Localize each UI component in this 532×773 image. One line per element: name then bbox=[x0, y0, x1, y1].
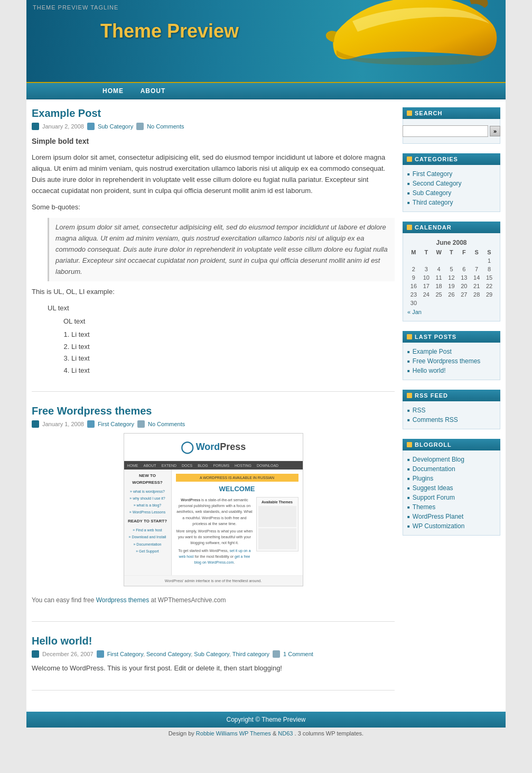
wp-logo-bar: ◯ WordPress bbox=[124, 434, 303, 461]
search-button[interactable]: » bbox=[490, 126, 500, 136]
wp-nav-item: ABOUT bbox=[144, 463, 156, 468]
cal-day: 9 bbox=[407, 273, 420, 282]
wp-logo-icon: ◯ bbox=[181, 438, 194, 456]
post-comment-count-3[interactable]: 1 Comment bbox=[283, 651, 313, 657]
list-item: Li text bbox=[71, 329, 395, 341]
calendar-table: June 2008 M T W T F S S bbox=[407, 237, 496, 307]
li-list: Li text Li text Li text Li text bbox=[71, 329, 395, 376]
calendar-widget-title: CALENDAR bbox=[403, 222, 500, 233]
post-categories-3: First Category, Second Category, Sub Cat… bbox=[107, 651, 269, 657]
cal-day bbox=[445, 299, 458, 307]
blogroll-link[interactable]: WP Customization bbox=[413, 522, 464, 530]
list-item: Third category bbox=[407, 198, 496, 207]
blogroll-link[interactable]: Development Blog bbox=[413, 456, 464, 463]
rss-widget-content: RSS Comments RSS bbox=[403, 401, 500, 429]
last-posts-list: Example Post Free Wordpress themes Hello… bbox=[407, 347, 496, 375]
wp-nav-item: HOME bbox=[127, 463, 138, 468]
cal-prev[interactable]: « Jan bbox=[407, 309, 422, 315]
post-title-link-2[interactable]: Free Wordpress themes bbox=[32, 405, 152, 417]
category-link[interactable]: Second Category bbox=[413, 180, 462, 187]
footer-design-link1[interactable]: Robbie Williams WP Themes bbox=[196, 730, 271, 737]
last-post-link[interactable]: Free Wordpress themes bbox=[413, 357, 481, 365]
list-item: First Category bbox=[407, 169, 496, 179]
list-item: Li text bbox=[71, 353, 395, 364]
cat-second[interactable]: Second Category bbox=[146, 651, 191, 657]
search-input[interactable] bbox=[403, 125, 488, 137]
list-item: Support Forum bbox=[407, 493, 496, 502]
cal-day bbox=[483, 299, 496, 307]
wp-themes-link[interactable]: Wordpress themes bbox=[96, 596, 149, 604]
cat-first[interactable]: First Category bbox=[107, 651, 143, 657]
post-title-link-3[interactable]: Hello world! bbox=[32, 635, 92, 647]
cal-day: 7 bbox=[470, 265, 483, 273]
blogroll-link[interactable]: Documentation bbox=[413, 465, 455, 473]
date-icon bbox=[32, 123, 39, 130]
wp-nav-item: DOCS bbox=[182, 463, 192, 468]
blogroll-link[interactable]: Suggest Ideas bbox=[413, 484, 453, 492]
cal-day: 4 bbox=[433, 265, 445, 273]
post-date-3: December 26, 2007 bbox=[42, 651, 94, 657]
post-hello-world: Hello world! December 26, 2007 First Cat… bbox=[32, 635, 395, 691]
cal-day: 10 bbox=[420, 273, 433, 282]
last-posts-widget-title: LAST POSTS bbox=[403, 331, 500, 343]
cal-dow: M bbox=[407, 248, 420, 256]
header: THEME PREVIEW TAGLINE Theme Preview bbox=[26, 0, 506, 82]
nav-about[interactable]: ABOUT bbox=[133, 83, 173, 99]
footer-sub: Design by Robbie Williams WP Themes & ND… bbox=[26, 728, 506, 739]
cal-dow: F bbox=[458, 248, 470, 256]
blogroll-link[interactable]: Plugins bbox=[413, 475, 433, 482]
cal-dow: S bbox=[483, 248, 496, 256]
cal-day bbox=[470, 256, 483, 265]
cal-day: 11 bbox=[433, 273, 445, 282]
list-item: Sub Category bbox=[407, 188, 496, 198]
cal-dow: S bbox=[470, 248, 483, 256]
cal-day: 3 bbox=[420, 265, 433, 273]
wp-content-area: NEW TO WORDPRESS? » what is wordpress? »… bbox=[124, 470, 303, 575]
category-link[interactable]: Sub Category bbox=[413, 189, 451, 197]
last-post-link[interactable]: Hello world! bbox=[413, 367, 446, 374]
wp-nav-item: HOSTING bbox=[235, 463, 251, 468]
post-date-2: January 1, 2008 bbox=[42, 421, 84, 427]
banana-decoration bbox=[310, 0, 506, 82]
post-content-3: Welcome to WordPress. This is your first… bbox=[32, 663, 395, 674]
category-link[interactable]: Third category bbox=[413, 199, 453, 206]
cat-third[interactable]: Third category bbox=[232, 651, 269, 657]
post-category[interactable]: Sub Category bbox=[98, 123, 133, 130]
wp-nav-item: FORUMS bbox=[213, 463, 229, 468]
blogroll-widget-title: BLOGROLL bbox=[403, 439, 500, 450]
comments-rss-link[interactable]: Comments RSS bbox=[413, 416, 458, 424]
cal-day: 25 bbox=[433, 290, 445, 299]
post-category-2[interactable]: First Category bbox=[98, 421, 134, 427]
blogroll-link[interactable]: WordPress Planet bbox=[413, 513, 464, 520]
category-icon bbox=[87, 123, 95, 130]
blogroll-link[interactable]: Themes bbox=[413, 503, 435, 511]
categories-widget-title: CATEGORIES bbox=[403, 153, 500, 165]
post-comments-2[interactable]: No Comments bbox=[148, 421, 185, 427]
post-meta-2: January 1, 2008 First Category No Commen… bbox=[32, 420, 395, 428]
footer-design-link2[interactable]: ND63 bbox=[278, 730, 293, 737]
category-icon-2 bbox=[87, 420, 95, 428]
widget-search: SEARCH » bbox=[403, 107, 500, 144]
main-nav: HOME ABOUT bbox=[26, 82, 506, 99]
cal-day bbox=[407, 256, 420, 265]
post-meta-3: December 26, 2007 First Category, Second… bbox=[32, 650, 395, 658]
rss-link[interactable]: RSS bbox=[413, 407, 426, 414]
list-item: RSS bbox=[407, 406, 496, 415]
post-title-link[interactable]: Example Post bbox=[32, 107, 101, 119]
category-link[interactable]: First Category bbox=[413, 170, 452, 178]
categories-widget-content: First Category Second Category Sub Categ… bbox=[403, 165, 500, 212]
blogroll-link[interactable]: Support Forum bbox=[413, 494, 455, 501]
cal-day: 27 bbox=[458, 290, 470, 299]
cat-sub[interactable]: Sub Category bbox=[194, 651, 229, 657]
last-post-link[interactable]: Example Post bbox=[413, 348, 452, 355]
cal-day: 12 bbox=[445, 273, 458, 282]
wp-nav-bar: HOME ABOUT EXTEND DOCS BLOG FORUMS HOSTI… bbox=[124, 461, 303, 470]
footer-design-suffix: . 3 columns WP templates. bbox=[295, 730, 364, 737]
post-comments[interactable]: No Comments bbox=[147, 123, 184, 130]
wp-nav-item: EXTEND bbox=[162, 463, 176, 468]
calendar-widget-content: June 2008 M T W T F S S bbox=[403, 233, 500, 321]
cal-day: 20 bbox=[458, 282, 470, 290]
list-item: Plugins bbox=[407, 474, 496, 483]
nav-home[interactable]: HOME bbox=[95, 83, 131, 99]
wp-nav-item: DOWNLOAD bbox=[257, 463, 278, 468]
